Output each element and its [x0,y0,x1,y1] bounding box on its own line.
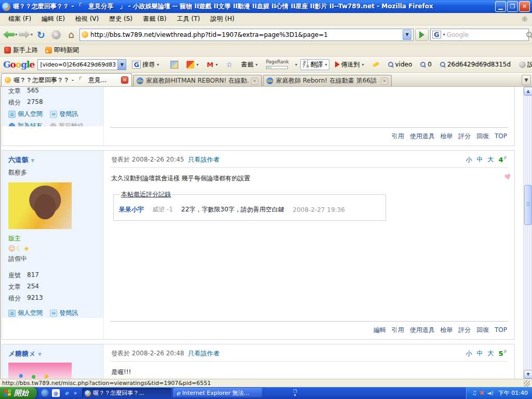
start-button[interactable]: 開始 [0,387,37,399]
app-launcher-icon[interactable]: @ [52,389,60,397]
tab-close-icon[interactable]: ✕ [251,77,258,85]
tab-list-button[interactable]: ▼ [522,75,531,85]
profile-space-link[interactable]: 個人空間 [8,309,43,317]
tab-reborn-1[interactable]: SCD 家庭教師HITMAN REBORN! 在線動... ✕ [133,75,262,86]
reply-link[interactable]: 回復 [476,326,489,334]
font-small-link[interactable]: 小 [466,349,472,358]
floor-number[interactable]: 5# [498,349,507,357]
avatar-image[interactable] [8,182,72,229]
menu-help[interactable]: 說明 (H) [205,13,240,25]
quote-link[interactable]: 引用 [392,132,404,140]
bookmark-star-button[interactable]: ☆ [223,59,235,70]
send-message-link[interactable]: 發簡訊 [50,110,78,118]
translate-button[interactable]: a í7 à翻譯▾ [300,59,329,70]
deskband-handle[interactable]: ❐▾ [293,390,297,397]
menu-history[interactable]: 歷史 (S) [104,13,138,25]
scroll-up-button[interactable]: ▲ [524,87,532,96]
send-message-link[interactable]: 發簡訊 [50,309,78,317]
tab-close-icon[interactable]: ✕ [381,77,388,85]
home-button[interactable]: ⌂ [64,28,78,42]
profile-space-link[interactable]: 個人空間 [8,110,43,118]
stop-button[interactable]: ✕ [49,28,63,42]
term-button-0[interactable]: 0 [418,59,434,70]
forward-button[interactable]: ▾ [19,28,33,42]
search-magnifier-icon[interactable] [526,32,532,38]
tab-close-icon[interactable]: ✕ [121,76,128,84]
tab-reborn-2[interactable]: SCD 家庭教師 Reborn! 在線動畫 第66話 -... ✕ [263,75,392,86]
font-medium-link[interactable]: 中 [476,349,483,358]
task-firefox[interactable]: 喔？？怎麼回事？... [82,388,171,398]
font-large-link[interactable]: 大 [487,349,494,358]
reload-button[interactable]: ↻ [34,28,48,42]
menu-bookmarks[interactable]: 書籤 (B) [138,13,171,25]
ie-launcher-icon[interactable]: e [63,389,71,397]
network-error-tray-icon[interactable]: ✖ [480,390,484,396]
scroll-down-button[interactable]: ▼ [524,370,532,379]
term-button-video[interactable]: video [385,59,415,70]
rating-user-link[interactable]: 呆呆小宇 [119,205,144,214]
add-friend-link[interactable]: 加為好友 [8,122,43,126]
toolbar-settings-button[interactable]: 設定 [516,59,532,71]
tab-thread[interactable]: 喔？？怎麼回事？？ - 「 意見... ✕ [1,73,132,86]
use-item-link[interactable]: 使用道具 [410,132,435,140]
highlighter-button[interactable] [370,60,382,69]
username-dropdown-icon[interactable]: ▼ [31,158,35,163]
top-link[interactable]: TOP [495,132,507,140]
term-button-hash[interactable]: 26d6429d69d8315d [437,59,513,70]
quote-link[interactable]: 引用 [392,326,404,334]
back-button[interactable]: ▾ [3,28,17,42]
menu-view[interactable]: 檢視 (V) [70,13,104,25]
combo-dropdown-icon[interactable]: ▼ [117,60,126,70]
search-box[interactable]: G ▾ [430,29,529,41]
globe-launcher-icon[interactable] [41,389,49,397]
username-link[interactable]: 六道骸 ▼ [8,154,97,167]
menu-tools[interactable]: 工具 (T) [171,13,205,25]
menu-edit[interactable]: 編輯 (E) [36,13,70,25]
font-medium-link[interactable]: 中 [476,155,483,164]
bookmark-latest-news[interactable]: 即時新聞 [45,46,79,55]
avatar-image[interactable] [8,363,72,379]
search-input[interactable] [447,31,525,38]
google-engine-icon[interactable]: G [432,31,441,38]
google-search-button[interactable]: G搜尋▾ [129,59,162,71]
reply-link[interactable]: 回復 [476,132,489,140]
taskbar-clock[interactable]: 下午 01:40 [498,389,528,397]
use-item-link[interactable]: 使用道具 [410,326,435,334]
close-button[interactable]: ✕ [519,1,530,12]
restore-button[interactable]: ❐ [507,1,518,12]
report-link[interactable]: 檢舉 [441,326,453,334]
bookmark-getting-started[interactable]: 新手上路 [4,46,38,55]
url-bar[interactable]: ▼ [79,29,414,41]
font-large-link[interactable]: 大 [487,155,494,164]
google-search-input[interactable] [38,61,117,68]
username-link[interactable]: メ糖糖ㄨ ▼ [8,348,97,361]
floor-number[interactable]: 4# [498,155,507,164]
rate-link[interactable]: 評分 [458,132,471,140]
username-dropdown-icon[interactable]: ▼ [38,352,42,357]
engine-dropdown-icon[interactable]: ▾ [443,32,445,37]
desktop-button[interactable]: ▾ [184,59,201,70]
pagerank-widget[interactable]: PageRank [263,58,291,71]
minimize-button[interactable]: ▁ [495,1,506,12]
rate-link[interactable]: 評分 [458,326,471,334]
volume-tray-icon[interactable]: ◄) [487,390,494,396]
window-titlebar[interactable]: 喔？？怎麼回事？？ - 「 意見分享 」 - 小政娛樂論壇 -- 寵物 II遊戲… [0,0,532,13]
media-tray-icon[interactable]: ♫ [472,390,477,396]
vertical-scrollbar[interactable]: ▲ ▼ [523,87,532,379]
top-link[interactable]: TOP [495,326,507,334]
sendto-button[interactable]: 傳送到▾ [332,59,367,71]
url-dropdown-button[interactable]: ▼ [403,30,411,40]
task-ie[interactable]: e Internet Explorer 無法... [174,388,263,398]
photos-button[interactable] [168,59,181,70]
url-input[interactable] [90,31,401,38]
gbookmarks-button[interactable]: 書籤▾ [238,59,260,71]
menu-file[interactable]: 檔案 (F) [3,13,36,25]
only-author-link[interactable]: 只看該作者 [188,349,219,358]
resize-grip[interactable] [524,380,530,387]
go-button[interactable] [415,29,429,41]
scrollbar-thumb[interactable] [524,185,532,225]
only-author-link[interactable]: 只看該作者 [188,155,219,164]
google-search-combo[interactable]: ▼ [37,59,126,70]
edit-link[interactable]: 編輯 [374,326,386,334]
report-link[interactable]: 檢舉 [441,132,453,140]
